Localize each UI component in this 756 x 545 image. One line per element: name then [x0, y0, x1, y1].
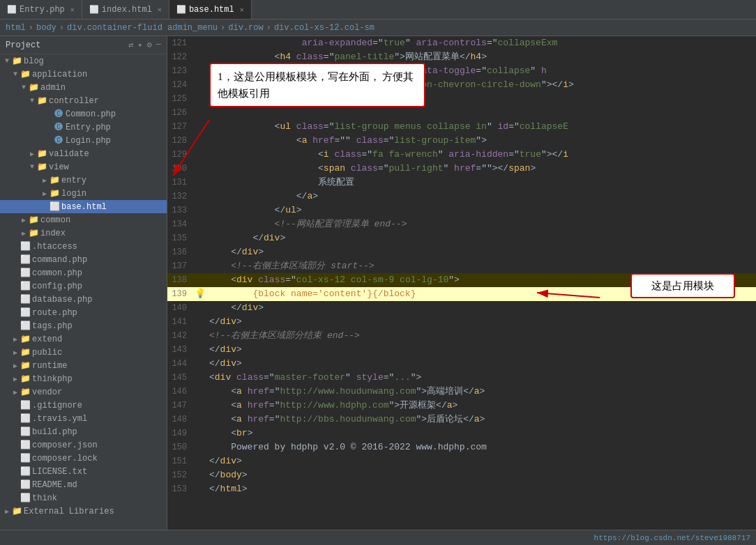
- folder-icon: 📁: [28, 82, 39, 93]
- arrow-icon: ▶: [11, 348, 20, 357]
- sidebar-icon-3[interactable]: ⚙: [147, 40, 152, 50]
- sidebar-item-extend[interactable]: ▶ 📁 extend: [0, 332, 167, 346]
- code-line-129: 129 <i class="fa fa-wrench" aria-hidden=…: [167, 148, 756, 162]
- sidebar-item-vendor[interactable]: ▶ 📁 vendor: [0, 385, 167, 399]
- sidebar-item-common-php[interactable]: 🅒 Common.php: [0, 107, 167, 121]
- sidebar-item-composer-lock[interactable]: ⬜ composer.lock: [0, 452, 167, 465]
- line-number: 150: [167, 440, 194, 454]
- tab-close-icon[interactable]: ✕: [70, 6, 75, 14]
- line-number: 151: [167, 454, 194, 468]
- tab-close-icon[interactable]: ✕: [240, 6, 244, 14]
- sidebar-item-login-dir[interactable]: ▶ 📁 login: [0, 187, 167, 200]
- folder-icon: 📁: [20, 347, 31, 358]
- tree-label: validate: [49, 149, 89, 159]
- line-number: 146: [167, 385, 194, 399]
- sidebar-item-common-php2[interactable]: ⬜ common.php: [0, 266, 167, 279]
- breadcrumb-div2[interactable]: div.row: [228, 23, 263, 33]
- sidebar-item-tags-php[interactable]: ⬜ tags.php: [0, 319, 167, 332]
- annotation-box-2: 这是占用模块: [630, 273, 735, 298]
- breadcrumb-html[interactable]: html: [6, 23, 26, 33]
- sidebar-item-controller[interactable]: ▼ 📁 controller: [0, 94, 167, 107]
- sidebar-icon-2[interactable]: ✦: [137, 40, 142, 50]
- status-bar: https://blog.csdn.net/steve1988717: [0, 530, 756, 545]
- sidebar-item-gitignore[interactable]: ⬜ .gitignore: [0, 399, 167, 412]
- sidebar-item-composer-json[interactable]: ⬜ composer.json: [0, 438, 167, 452]
- sidebar-item-admin[interactable]: ▼ 📁 admin: [0, 81, 167, 94]
- sidebar-item-public[interactable]: ▶ 📁 public: [0, 346, 167, 359]
- sidebar-item-route-php[interactable]: ⬜ route.php: [0, 306, 167, 319]
- line-number: 145: [167, 371, 194, 385]
- tab-index-html[interactable]: ⬜ index.html ✕: [82, 0, 169, 19]
- sidebar-item-entry[interactable]: ▶ 📁 entry: [0, 174, 167, 187]
- tree-label: composer.lock: [32, 454, 98, 463]
- line-content: <!--网站配置管理菜单 end-->: [206, 217, 756, 231]
- sidebar-item-think[interactable]: ⬜ think: [0, 491, 167, 505]
- sidebar-item-blog[interactable]: ▼ 📁 blog: [0, 54, 167, 68]
- tree-label: External Libraries: [24, 507, 114, 516]
- sidebar-item-build-php[interactable]: ⬜ build.php: [0, 425, 167, 438]
- code-line-144: 144 </div>: [167, 357, 756, 371]
- line-content: 系统配置: [206, 176, 756, 190]
- tab-bar: ⬜ Entry.php ✕ ⬜ index.html ✕ ⬜ base.html…: [0, 0, 756, 20]
- sidebar-item-application[interactable]: ▼ 📁 application: [0, 68, 167, 81]
- arrow-icon: ▼: [28, 97, 36, 105]
- tree-label: controller: [49, 96, 99, 106]
- folder-icon: 📁: [20, 387, 31, 397]
- sidebar-item-readme[interactable]: ⬜ README.md: [0, 478, 167, 491]
- sidebar-item-validate[interactable]: ▶ 📁 validate: [0, 147, 167, 160]
- sidebar-item-external-libs[interactable]: ▶ 📁 External Libraries: [0, 505, 167, 518]
- sidebar-item-thinkphp[interactable]: ▶ 📁 thinkphp: [0, 372, 167, 385]
- code-line-143: 143 </div>: [167, 343, 756, 357]
- sidebar-title: Project: [6, 40, 40, 50]
- breadcrumb-body[interactable]: body: [36, 23, 56, 33]
- line-content: </div>: [206, 245, 756, 259]
- line-number: 149: [167, 427, 194, 440]
- file-icon: ⬜: [20, 493, 31, 503]
- tab-close-icon[interactable]: ✕: [158, 6, 162, 14]
- sidebar-icon-1[interactable]: ⇄: [128, 40, 133, 50]
- sidebar-item-runtime[interactable]: ▶ 📁 runtime: [0, 359, 167, 372]
- code-line-142: 142 <!--右侧主体区域部分结束 end-->: [167, 329, 756, 343]
- line-number: 153: [167, 482, 194, 496]
- sidebar-item-login-php[interactable]: 🅒 Login.php: [0, 134, 167, 147]
- arrow-icon: ▶: [11, 375, 20, 383]
- code-area[interactable]: 121 aria-expanded="true" aria-controls="…: [167, 36, 756, 530]
- sidebar-item-database-php[interactable]: ⬜ database.php: [0, 293, 167, 306]
- sidebar-item-travis[interactable]: ⬜ .travis.yml: [0, 412, 167, 425]
- php-icon: 🅒: [53, 122, 64, 132]
- code-line-127: 127 <ul class="list-group menus collapse…: [167, 120, 756, 134]
- code-line-146: 146 <a href="http://www.houdunwang.com">…: [167, 385, 756, 399]
- arrow-icon: ▼: [20, 84, 28, 91]
- sidebar-item-index-dir[interactable]: ▶ 📁 index: [0, 227, 167, 240]
- sidebar-item-command-php[interactable]: ⬜ command.php: [0, 253, 167, 266]
- line-number: 137: [167, 259, 194, 273]
- sep1: ›: [29, 23, 33, 33]
- line-number: 122: [167, 50, 194, 64]
- code-line-137: 137 <!--右侧主体区域部分 start-->: [167, 259, 756, 273]
- tree-label: command.php: [32, 255, 87, 265]
- sidebar-item-license[interactable]: ⬜ LICENSE.txt: [0, 465, 167, 478]
- code-line-150: 150 Powered by hdphp v2.0 © 2016-2022 ww…: [167, 440, 756, 454]
- breadcrumb-div1[interactable]: div.container-fluid admin_menu: [67, 23, 218, 33]
- tab-base-html[interactable]: ⬜ base.html ✕: [169, 0, 252, 19]
- arrow-icon: ▶: [3, 507, 11, 516]
- sidebar-item-entry-php[interactable]: 🅒 Entry.php: [0, 121, 167, 134]
- tree-label: common: [40, 215, 70, 225]
- code-line-145: 145 <div class="master-footer" style="..…: [167, 371, 756, 385]
- line-content: </div>: [206, 454, 756, 468]
- tab-entry-php[interactable]: ⬜ Entry.php ✕: [0, 0, 82, 19]
- tree-label: route.php: [32, 308, 77, 318]
- sidebar-item-htaccess[interactable]: ⬜ .htaccess: [0, 240, 167, 253]
- line-number: 127: [167, 120, 194, 134]
- sidebar-item-common-dir[interactable]: ▶ 📁 common: [0, 213, 167, 227]
- tree-label: view: [49, 162, 69, 172]
- line-content: <a href="http://www.hdphp.com">开源框架</a>: [206, 399, 756, 413]
- sidebar-item-view[interactable]: ▼ 📁 view: [0, 160, 167, 174]
- tab-icon-html: ⬜: [89, 5, 99, 14]
- sidebar-icon-4[interactable]: —: [156, 40, 161, 50]
- sidebar-item-config-php[interactable]: ⬜ config.php: [0, 279, 167, 293]
- sidebar-item-base-html[interactable]: ⬜ base.html: [0, 200, 167, 213]
- folder-icon: 📁: [36, 162, 47, 172]
- folder-icon: 📁: [11, 506, 22, 516]
- breadcrumb-div3[interactable]: div.col-xs-12.col-sm: [274, 23, 375, 33]
